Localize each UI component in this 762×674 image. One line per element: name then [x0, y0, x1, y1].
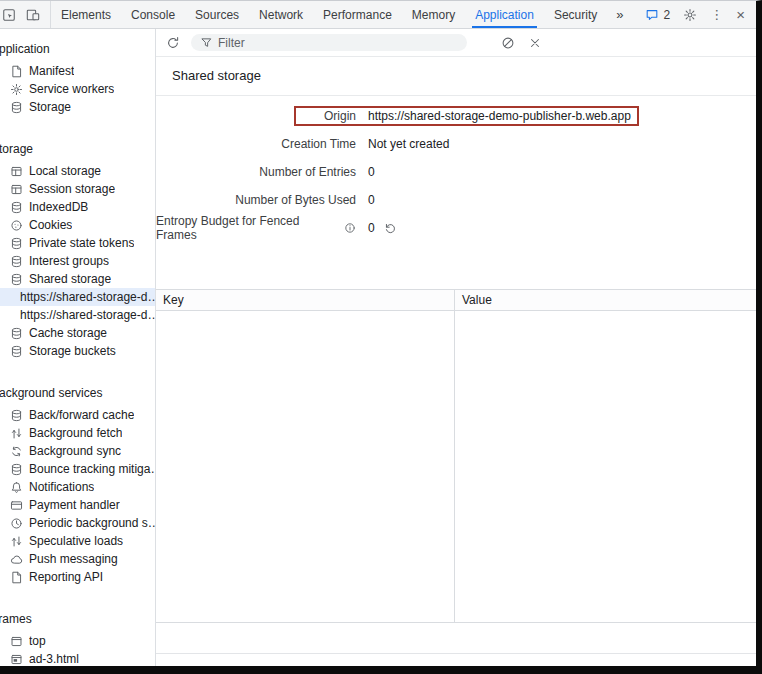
cookie-icon	[10, 219, 23, 232]
sync-icon	[10, 445, 23, 458]
field-label: Number of Bytes Used	[156, 193, 356, 207]
card-icon	[10, 499, 23, 512]
filter-input[interactable]	[218, 36, 458, 50]
tab-memory[interactable]: Memory	[402, 1, 465, 28]
clear-all-icon[interactable]	[499, 34, 517, 52]
database-icon	[10, 345, 23, 358]
sidebar-item-label: https://shared-storage-d…	[20, 290, 156, 304]
sidebar-item-cookies[interactable]: Cookies	[0, 216, 156, 234]
database-icon	[10, 237, 23, 250]
sidebar-item-storage[interactable]: Storage	[0, 98, 156, 116]
sidebar-item-private-state-tokens[interactable]: Private state tokens	[0, 234, 156, 252]
sidebar-item-reporting-api[interactable]: Reporting API	[0, 568, 156, 586]
sidebar-item-label: Bounce tracking mitiga…	[29, 462, 156, 476]
sidebar-item-label: Shared storage	[29, 272, 111, 286]
field-value: 0	[368, 165, 375, 179]
database-icon	[10, 255, 23, 268]
sidebar-item-label: Speculative loads	[29, 534, 123, 548]
column-header-value[interactable]: Value	[455, 290, 756, 310]
sidebar-item-label: Notifications	[29, 480, 94, 494]
field-row-number-of-entries: Number of Entries0	[156, 163, 756, 181]
sidebar-item-back-forward-cache[interactable]: Back/forward cache	[0, 406, 156, 424]
tab-console[interactable]: Console	[121, 1, 185, 28]
arrows-updown-icon	[10, 427, 23, 440]
sidebar-item-shared-storage[interactable]: Shared storage	[0, 270, 156, 288]
sidebar-item-speculative-loads[interactable]: Speculative loads	[0, 532, 156, 550]
panel-bottom-divider	[156, 653, 756, 654]
frame-icon	[10, 635, 23, 648]
sidebar-item-service-workers[interactable]: Service workers	[0, 80, 156, 98]
tab-sources[interactable]: Sources	[185, 1, 249, 28]
sidebar-item-storage-buckets[interactable]: Storage buckets	[0, 342, 156, 360]
inspect-tools-group	[0, 1, 51, 28]
document-icon	[10, 65, 23, 78]
field-row-creation-time: Creation TimeNot yet created	[156, 135, 756, 153]
field-label: Creation Time	[156, 137, 356, 151]
tab-elements[interactable]: Elements	[51, 1, 121, 28]
tab-application[interactable]: Application	[465, 1, 544, 28]
refresh-icon[interactable]	[164, 34, 182, 52]
panel-toolbar	[156, 29, 756, 57]
field-row-origin: Originhttps://shared-storage-demo-publis…	[156, 107, 756, 125]
sidebar-item-ad-3-html[interactable]: ad-3.html	[0, 650, 156, 666]
sidebar-item-label: Background fetch	[29, 426, 122, 440]
sidebar-item-label: Background sync	[29, 444, 121, 458]
sidebar-item-top[interactable]: top	[0, 632, 156, 650]
tab-security[interactable]: Security	[544, 1, 607, 28]
field-value: 0	[368, 193, 375, 207]
column-header-key[interactable]: Key	[156, 290, 455, 310]
sidebar-item-label: Interest groups	[29, 254, 109, 268]
sidebar-item-https-shared-storage-d[interactable]: https://shared-storage-d…	[0, 288, 156, 306]
field-row-entropy-budget-for-fenced-frames: Entropy Budget for Fenced Frames0	[156, 219, 756, 237]
sidebar-item-indexeddb[interactable]: IndexedDB	[0, 198, 156, 216]
sidebar-item-payment-handler[interactable]: Payment handler	[0, 496, 156, 514]
sidebar-item-background-sync[interactable]: Background sync	[0, 442, 156, 460]
reset-budget-icon[interactable]	[384, 222, 397, 235]
sidebar-item-manifest[interactable]: Manifest	[0, 62, 156, 80]
metadata-fields: Originhttps://shared-storage-demo-publis…	[156, 96, 756, 247]
sidebar-item-notifications[interactable]: Notifications	[0, 478, 156, 496]
settings-gear-icon[interactable]	[683, 8, 697, 22]
section-title-storage: Storage	[0, 134, 156, 162]
inspect-element-icon[interactable]	[0, 2, 21, 28]
sidebar-item-bounce-tracking-mitiga[interactable]: Bounce tracking mitiga…	[0, 460, 156, 478]
issues-button[interactable]: 2	[645, 8, 671, 22]
database-icon	[10, 463, 23, 476]
tab-network[interactable]: Network	[249, 1, 313, 28]
arrows-updown-icon	[10, 535, 23, 548]
sidebar-item-label: Service workers	[29, 82, 114, 96]
filter-box[interactable]	[191, 34, 467, 51]
info-icon[interactable]	[343, 222, 356, 235]
sidebar-section-background-services: Background servicesBack/forward cacheBac…	[0, 378, 156, 586]
sidebar-item-cache-storage[interactable]: Cache storage	[0, 324, 156, 342]
delete-selected-icon[interactable]	[526, 34, 544, 52]
sidebar-item-background-fetch[interactable]: Background fetch	[0, 424, 156, 442]
more-options-icon[interactable]: ⋮	[710, 8, 723, 21]
more-panels-button[interactable]: »	[607, 1, 632, 28]
database-icon	[10, 273, 23, 286]
database-icon	[10, 201, 23, 214]
bell-icon	[10, 481, 23, 494]
field-label-text: Creation Time	[281, 137, 356, 151]
close-devtools-icon[interactable]: ×	[736, 7, 745, 22]
field-value: 0	[368, 221, 397, 235]
sidebar-item-periodic-background-s[interactable]: Periodic background s…	[0, 514, 156, 532]
sidebar-item-push-messaging[interactable]: Push messaging	[0, 550, 156, 568]
field-row-number-of-bytes-used: Number of Bytes Used0	[156, 191, 756, 209]
grid-body	[156, 311, 756, 623]
document-icon	[10, 571, 23, 584]
sidebar-item-https-shared-storage-d[interactable]: https://shared-storage-d…	[0, 306, 156, 324]
frame-ad-icon	[10, 653, 23, 666]
field-value-text: 0	[368, 193, 375, 207]
shared-storage-panel: Shared storage Originhttps://shared-stor…	[156, 29, 756, 666]
sidebar-section-storage: StorageLocal storageSession storageIndex…	[0, 134, 156, 360]
device-toolbar-icon[interactable]	[21, 2, 45, 28]
tab-performance[interactable]: Performance	[313, 1, 402, 28]
sidebar-item-label: Storage	[29, 100, 71, 114]
devtools-main: ApplicationManifestService workersStorag…	[0, 29, 756, 666]
sidebar-item-interest-groups[interactable]: Interest groups	[0, 252, 156, 270]
sidebar-item-label: Reporting API	[29, 570, 103, 584]
sidebar-item-local-storage[interactable]: Local storage	[0, 162, 156, 180]
issues-count: 2	[664, 8, 671, 22]
sidebar-item-session-storage[interactable]: Session storage	[0, 180, 156, 198]
